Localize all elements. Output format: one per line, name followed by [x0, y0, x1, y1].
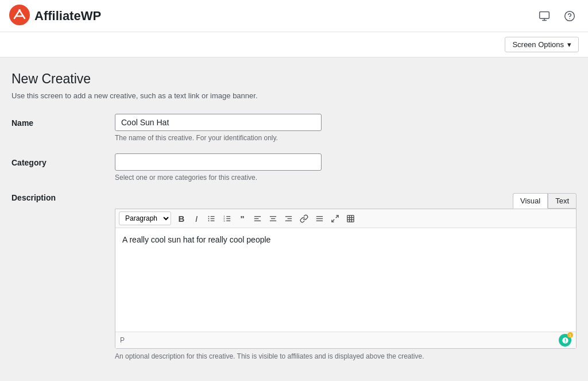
category-help-text: Select one or more categories for this c…: [115, 174, 577, 182]
fullscreen-icon: [331, 214, 339, 223]
description-row: Description Visual Text Paragraph B I: [11, 193, 577, 360]
name-row: Name The name of this creative. For your…: [11, 114, 577, 142]
affiliatewp-logo-icon: [9, 5, 30, 27]
page-title: New Creative: [11, 71, 577, 87]
svg-point-1: [18, 9, 21, 11]
logo-text: AffiliateWP: [34, 9, 101, 24]
align-center-button[interactable]: [266, 211, 280, 225]
ordered-list-button[interactable]: 123: [220, 211, 234, 225]
align-left-icon: [253, 214, 262, 223]
svg-line-32: [332, 219, 334, 221]
svg-rect-2: [540, 11, 550, 18]
tab-text[interactable]: Text: [548, 193, 577, 209]
svg-line-31: [336, 215, 338, 217]
bold-button[interactable]: B: [175, 211, 188, 225]
italic-button[interactable]: I: [189, 211, 203, 225]
category-label: Category: [11, 153, 115, 167]
fullscreen-button[interactable]: [328, 211, 342, 225]
table-icon: [346, 214, 355, 223]
editor-wrapper: Paragraph B I 123 ": [115, 209, 577, 349]
help-button[interactable]: [560, 7, 579, 25]
grammarly-badge: 1: [567, 332, 573, 338]
unordered-list-icon: [207, 214, 216, 223]
svg-rect-33: [347, 215, 354, 221]
unordered-list-button[interactable]: [204, 211, 219, 225]
svg-point-12: [208, 220, 210, 221]
category-row: Category Select one or more categories f…: [11, 153, 577, 182]
description-field-container: Visual Text Paragraph B I 123: [115, 193, 577, 360]
help-icon: [564, 10, 575, 22]
align-right-button[interactable]: [281, 211, 296, 225]
name-help-text: The name of this creative. For your iden…: [115, 134, 577, 142]
logo-area: AffiliateWP: [9, 5, 101, 27]
table-button[interactable]: [343, 211, 358, 225]
main-content: New Creative Use this screen to add a ne…: [0, 57, 588, 381]
ordered-list-icon: 123: [223, 214, 231, 223]
name-label: Name: [11, 114, 115, 128]
category-input[interactable]: [115, 153, 322, 171]
svg-point-10: [208, 215, 210, 217]
description-label: Description: [11, 193, 115, 202]
monitor-button[interactable]: [535, 7, 554, 25]
header-actions: [535, 7, 579, 25]
name-field-container: The name of this creative. For your iden…: [115, 114, 577, 142]
svg-point-0: [9, 5, 30, 25]
paragraph-select[interactable]: Paragraph: [119, 211, 171, 225]
editor-tag-indicator: P: [120, 336, 125, 344]
svg-text:3: 3: [223, 219, 225, 222]
monitor-icon: [539, 10, 550, 22]
description-help-text: An optional description for this creativ…: [115, 352, 577, 360]
editor-toolbar: Paragraph B I 123 ": [115, 209, 576, 228]
editor-text: A really cool sun hat for really cool pe…: [122, 235, 270, 244]
screen-options-label: Screen Options: [512, 40, 564, 49]
horizontal-rule-button[interactable]: [312, 211, 327, 225]
align-left-button[interactable]: [250, 211, 265, 225]
screen-options-button[interactable]: Screen Options ▾: [505, 37, 579, 52]
editor-statusbar: P 1: [115, 332, 576, 348]
header: AffiliateWP: [0, 0, 588, 32]
align-center-icon: [269, 214, 277, 223]
name-input[interactable]: [115, 114, 322, 131]
category-field-container: Select one or more categories for this c…: [115, 153, 577, 182]
editor-tabs: Visual Text: [115, 193, 577, 209]
blockquote-button[interactable]: ": [235, 211, 249, 225]
tab-visual[interactable]: Visual: [513, 193, 548, 209]
link-icon: [300, 214, 308, 223]
link-button[interactable]: [297, 211, 311, 225]
svg-point-11: [208, 218, 210, 219]
svg-point-5: [565, 11, 575, 21]
horizontal-rule-icon: [315, 214, 324, 223]
chevron-down-icon: ▾: [567, 40, 571, 49]
editor-content-area[interactable]: A really cool sun hat for really cool pe…: [115, 228, 576, 332]
align-right-icon: [284, 214, 293, 223]
grammarly-logo: [562, 337, 569, 344]
grammarly-icon[interactable]: 1: [559, 334, 571, 347]
screen-options-bar: Screen Options ▾: [0, 32, 588, 57]
page-subtitle: Use this screen to add a new creative, s…: [11, 91, 577, 100]
